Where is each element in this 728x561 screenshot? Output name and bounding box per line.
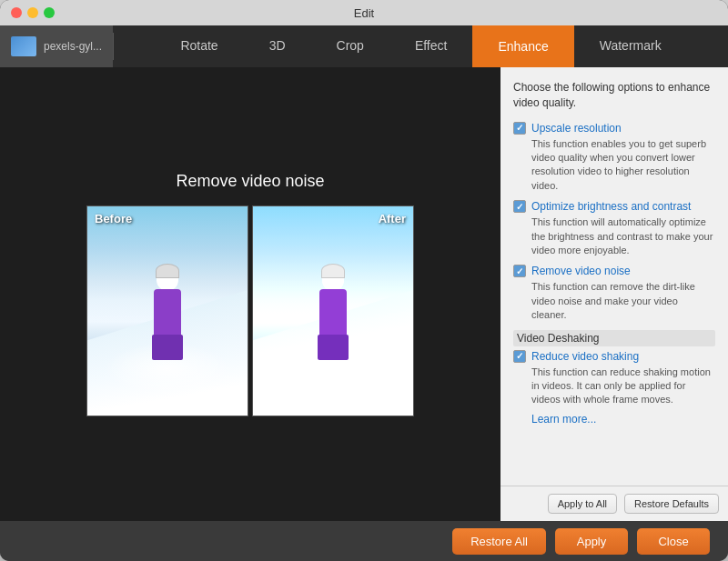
brightness-checkmark: ✓ — [516, 202, 523, 212]
after-ski-image — [253, 206, 413, 416]
main-content: Remove video noise Before — [0, 67, 728, 521]
noise-desc: This function can remove the dirt-like v… — [531, 280, 715, 322]
maximize-window-button[interactable] — [44, 7, 55, 18]
learn-more-link[interactable]: Learn more... — [531, 413, 715, 426]
brightness-row: ✓ Optimize brightness and contrast — [513, 200, 715, 213]
apply-to-row: Apply to All Restore Defaults — [510, 494, 719, 514]
restore-defaults-button[interactable]: Restore Defaults — [624, 494, 719, 514]
tab-enhance[interactable]: Enhance — [472, 25, 573, 67]
apply-button[interactable]: Apply — [555, 528, 628, 555]
right-panel-bottom: Apply to All Restore Defaults — [500, 486, 728, 521]
after-image: After — [252, 205, 414, 416]
deshake-checkmark: ✓ — [516, 351, 523, 361]
tab-effect[interactable]: Effect — [389, 25, 473, 67]
file-tab[interactable]: pexels-gyl... — [0, 25, 113, 67]
noise-checkbox[interactable]: ✓ — [513, 265, 526, 277]
brightness-desc: This function will automatically optimiz… — [531, 215, 715, 257]
after-label: After — [379, 212, 406, 225]
tab-crop[interactable]: Crop — [311, 25, 389, 67]
nav-tabs: Rotate 3D Crop Effect Enhance Watermark — [114, 25, 728, 67]
restore-all-button[interactable]: Restore All — [452, 528, 546, 555]
file-thumbnail — [11, 36, 36, 56]
option-upscale: ✓ Upscale resolution This function enabl… — [513, 122, 715, 194]
upscale-checkbox[interactable]: ✓ — [513, 122, 526, 135]
noise-label[interactable]: Remove video noise — [531, 265, 631, 277]
upscale-checkmark: ✓ — [516, 123, 523, 133]
before-image: Before — [86, 205, 248, 416]
upscale-row: ✓ Upscale resolution — [513, 122, 715, 135]
bottom-bar: Restore All Apply Close — [0, 521, 728, 561]
option-brightness: ✓ Optimize brightness and contrast This … — [513, 200, 715, 257]
apply-to-all-button[interactable]: Apply to All — [548, 494, 617, 514]
deshaking-section-header: Video Deshaking — [513, 330, 715, 346]
tab-bar: pexels-gyl... Rotate 3D Crop Effect Enha… — [0, 25, 728, 67]
file-name: pexels-gyl... — [44, 40, 102, 53]
deshake-checkbox[interactable]: ✓ — [513, 350, 526, 363]
right-panel: Choose the following options to enhance … — [500, 67, 728, 521]
brightness-label[interactable]: Optimize brightness and contrast — [531, 200, 691, 213]
close-button[interactable]: Close — [637, 528, 710, 555]
tab-rotate[interactable]: Rotate — [155, 25, 243, 67]
tab-3d[interactable]: 3D — [244, 25, 311, 67]
options-content: Choose the following options to enhance … — [500, 67, 728, 486]
window-title: Edit — [354, 6, 374, 20]
options-intro: Choose the following options to enhance … — [513, 80, 715, 111]
brightness-checkbox[interactable]: ✓ — [513, 200, 526, 213]
preview-area: Remove video noise Before — [0, 67, 500, 521]
before-ski-image — [87, 206, 248, 416]
title-bar: Edit — [0, 0, 728, 25]
main-window: Edit pexels-gyl... Rotate 3D Crop Effect… — [0, 0, 728, 561]
deshake-desc: This function can reduce shaking motion … — [531, 366, 715, 407]
noise-checkmark: ✓ — [516, 266, 523, 276]
deshake-label[interactable]: Reduce video shaking — [531, 350, 639, 363]
option-deshake: ✓ Reduce video shaking This function can… — [513, 350, 715, 426]
tab-watermark[interactable]: Watermark — [574, 25, 687, 67]
upscale-desc: This function enables you to get superb … — [531, 137, 715, 194]
before-label: Before — [95, 212, 132, 225]
close-window-button[interactable] — [11, 7, 22, 18]
noise-row: ✓ Remove video noise — [513, 265, 715, 277]
preview-images: Before After — [86, 205, 414, 416]
traffic-lights — [11, 7, 55, 18]
option-noise: ✓ Remove video noise This function can r… — [513, 265, 715, 322]
minimize-window-button[interactable] — [27, 7, 38, 18]
preview-title: Remove video noise — [176, 172, 324, 191]
deshake-row: ✓ Reduce video shaking — [513, 350, 715, 363]
upscale-label[interactable]: Upscale resolution — [531, 122, 622, 135]
